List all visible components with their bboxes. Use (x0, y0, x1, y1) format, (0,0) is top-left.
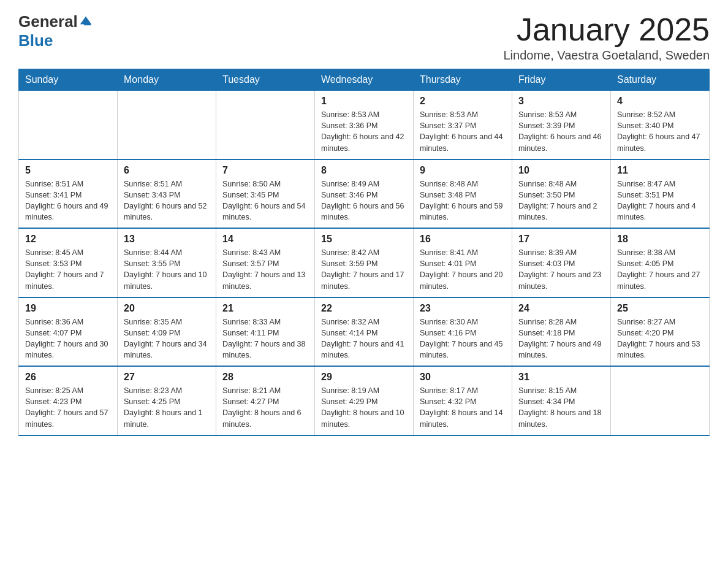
day-info: Sunrise: 8:35 AMSunset: 4:09 PMDaylight:… (124, 316, 210, 361)
day-number: 4 (617, 96, 703, 107)
day-info: Sunrise: 8:53 AMSunset: 3:36 PMDaylight:… (321, 109, 407, 154)
day-info: Sunrise: 8:27 AMSunset: 4:20 PMDaylight:… (617, 316, 703, 361)
day-info: Sunrise: 8:49 AMSunset: 3:46 PMDaylight:… (321, 178, 407, 223)
day-info: Sunrise: 8:38 AMSunset: 4:05 PMDaylight:… (617, 247, 703, 292)
day-number: 31 (518, 372, 604, 383)
calendar-cell (611, 366, 710, 435)
header-day-friday: Friday (512, 69, 611, 91)
month-title: January 2025 (503, 12, 710, 47)
calendar-cell (118, 91, 216, 159)
logo-icon (79, 14, 93, 28)
day-number: 27 (124, 372, 210, 383)
header-day-sunday: Sunday (19, 69, 118, 91)
day-info: Sunrise: 8:33 AMSunset: 4:11 PMDaylight:… (222, 316, 308, 361)
day-info: Sunrise: 8:43 AMSunset: 3:57 PMDaylight:… (222, 247, 308, 292)
day-info: Sunrise: 8:32 AMSunset: 4:14 PMDaylight:… (321, 316, 407, 361)
header-row: SundayMondayTuesdayWednesdayThursdayFrid… (19, 69, 710, 91)
day-info: Sunrise: 8:48 AMSunset: 3:50 PMDaylight:… (518, 178, 604, 223)
day-number: 20 (124, 303, 210, 314)
header-day-monday: Monday (118, 69, 216, 91)
calendar-cell: 7Sunrise: 8:50 AMSunset: 3:45 PMDaylight… (216, 159, 315, 229)
calendar-cell: 23Sunrise: 8:30 AMSunset: 4:16 PMDayligh… (414, 297, 512, 367)
calendar-table: SundayMondayTuesdayWednesdayThursdayFrid… (18, 69, 710, 436)
day-info: Sunrise: 8:41 AMSunset: 4:01 PMDaylight:… (420, 247, 506, 292)
day-number: 5 (25, 165, 111, 176)
week-row-2: 5Sunrise: 8:51 AMSunset: 3:41 PMDaylight… (19, 159, 710, 229)
day-number: 8 (321, 165, 407, 176)
calendar-cell: 15Sunrise: 8:42 AMSunset: 3:59 PMDayligh… (315, 228, 414, 297)
week-row-1: 1Sunrise: 8:53 AMSunset: 3:36 PMDaylight… (19, 91, 710, 159)
week-row-3: 12Sunrise: 8:45 AMSunset: 3:53 PMDayligh… (19, 228, 710, 297)
day-info: Sunrise: 8:39 AMSunset: 4:03 PMDaylight:… (518, 247, 604, 292)
day-number: 18 (617, 234, 703, 245)
calendar-cell: 31Sunrise: 8:15 AMSunset: 4:34 PMDayligh… (512, 366, 611, 435)
day-info: Sunrise: 8:30 AMSunset: 4:16 PMDaylight:… (420, 316, 506, 361)
day-info: Sunrise: 8:15 AMSunset: 4:34 PMDaylight:… (518, 385, 604, 430)
day-number: 23 (420, 303, 506, 314)
calendar-header: SundayMondayTuesdayWednesdayThursdayFrid… (19, 69, 710, 91)
day-info: Sunrise: 8:28 AMSunset: 4:18 PMDaylight:… (518, 316, 604, 361)
calendar-cell: 3Sunrise: 8:53 AMSunset: 3:39 PMDaylight… (512, 91, 611, 159)
calendar-cell: 13Sunrise: 8:44 AMSunset: 3:55 PMDayligh… (118, 228, 216, 297)
day-number: 6 (124, 165, 210, 176)
day-info: Sunrise: 8:52 AMSunset: 3:40 PMDaylight:… (617, 109, 703, 154)
day-number: 30 (420, 372, 506, 383)
logo-blue: Blue (18, 31, 53, 50)
day-number: 19 (25, 303, 111, 314)
calendar-cell: 16Sunrise: 8:41 AMSunset: 4:01 PMDayligh… (414, 228, 512, 297)
calendar-cell: 30Sunrise: 8:17 AMSunset: 4:32 PMDayligh… (414, 366, 512, 435)
day-number: 16 (420, 234, 506, 245)
calendar-cell: 21Sunrise: 8:33 AMSunset: 4:11 PMDayligh… (216, 297, 315, 367)
day-info: Sunrise: 8:48 AMSunset: 3:48 PMDaylight:… (420, 178, 506, 223)
day-number: 24 (518, 303, 604, 314)
calendar-cell: 2Sunrise: 8:53 AMSunset: 3:37 PMDaylight… (414, 91, 512, 159)
calendar-cell: 18Sunrise: 8:38 AMSunset: 4:05 PMDayligh… (611, 228, 710, 297)
calendar-cell: 17Sunrise: 8:39 AMSunset: 4:03 PMDayligh… (512, 228, 611, 297)
day-number: 26 (25, 372, 111, 383)
day-number: 14 (222, 234, 308, 245)
calendar-cell: 11Sunrise: 8:47 AMSunset: 3:51 PMDayligh… (611, 159, 710, 229)
day-info: Sunrise: 8:51 AMSunset: 3:41 PMDaylight:… (25, 178, 111, 223)
day-number: 17 (518, 234, 604, 245)
day-info: Sunrise: 8:47 AMSunset: 3:51 PMDaylight:… (617, 178, 703, 223)
day-info: Sunrise: 8:44 AMSunset: 3:55 PMDaylight:… (124, 247, 210, 292)
day-number: 7 (222, 165, 308, 176)
calendar-cell: 8Sunrise: 8:49 AMSunset: 3:46 PMDaylight… (315, 159, 414, 229)
day-number: 25 (617, 303, 703, 314)
week-row-5: 26Sunrise: 8:25 AMSunset: 4:23 PMDayligh… (19, 366, 710, 435)
calendar-cell (19, 91, 118, 159)
day-number: 9 (420, 165, 506, 176)
title-block: January 2025 Lindome, Vaestra Goetaland,… (503, 12, 710, 63)
day-number: 28 (222, 372, 308, 383)
day-number: 15 (321, 234, 407, 245)
day-number: 11 (617, 165, 703, 176)
calendar-cell: 19Sunrise: 8:36 AMSunset: 4:07 PMDayligh… (19, 297, 118, 367)
calendar-cell: 20Sunrise: 8:35 AMSunset: 4:09 PMDayligh… (118, 297, 216, 367)
calendar-cell: 1Sunrise: 8:53 AMSunset: 3:36 PMDaylight… (315, 91, 414, 159)
day-number: 10 (518, 165, 604, 176)
header-day-tuesday: Tuesday (216, 69, 315, 91)
calendar-cell: 24Sunrise: 8:28 AMSunset: 4:18 PMDayligh… (512, 297, 611, 367)
calendar-cell: 27Sunrise: 8:23 AMSunset: 4:25 PMDayligh… (118, 366, 216, 435)
calendar-cell: 14Sunrise: 8:43 AMSunset: 3:57 PMDayligh… (216, 228, 315, 297)
calendar-cell: 9Sunrise: 8:48 AMSunset: 3:48 PMDaylight… (414, 159, 512, 229)
day-info: Sunrise: 8:21 AMSunset: 4:27 PMDaylight:… (222, 385, 308, 430)
calendar-cell: 4Sunrise: 8:52 AMSunset: 3:40 PMDaylight… (611, 91, 710, 159)
day-info: Sunrise: 8:53 AMSunset: 3:39 PMDaylight:… (518, 109, 604, 154)
day-number: 1 (321, 96, 407, 107)
logo: General Blue (18, 12, 93, 50)
day-info: Sunrise: 8:36 AMSunset: 4:07 PMDaylight:… (25, 316, 111, 361)
calendar-cell: 29Sunrise: 8:19 AMSunset: 4:29 PMDayligh… (315, 366, 414, 435)
logo-general: General (18, 12, 78, 31)
day-info: Sunrise: 8:51 AMSunset: 3:43 PMDaylight:… (124, 178, 210, 223)
location: Lindome, Vaestra Goetaland, Sweden (503, 48, 710, 63)
day-info: Sunrise: 8:23 AMSunset: 4:25 PMDaylight:… (124, 385, 210, 430)
header-day-saturday: Saturday (611, 69, 710, 91)
calendar-body: 1Sunrise: 8:53 AMSunset: 3:36 PMDaylight… (19, 91, 710, 435)
week-row-4: 19Sunrise: 8:36 AMSunset: 4:07 PMDayligh… (19, 297, 710, 367)
calendar-cell: 10Sunrise: 8:48 AMSunset: 3:50 PMDayligh… (512, 159, 611, 229)
day-number: 13 (124, 234, 210, 245)
day-info: Sunrise: 8:42 AMSunset: 3:59 PMDaylight:… (321, 247, 407, 292)
day-number: 29 (321, 372, 407, 383)
day-number: 2 (420, 96, 506, 107)
